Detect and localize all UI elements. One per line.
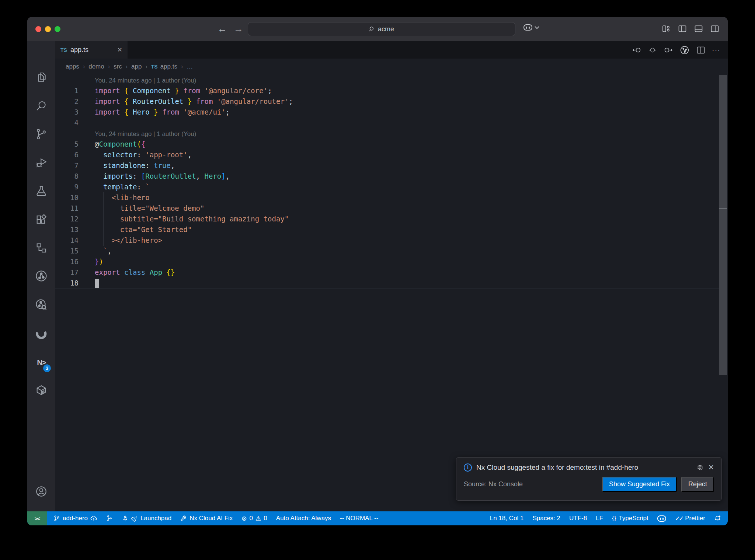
code-line: 16}) <box>55 256 719 267</box>
prev-change-icon[interactable] <box>632 45 641 55</box>
nx-console-badge: 3 <box>43 364 51 372</box>
warning-icon: ⚠ <box>255 515 261 522</box>
encoding-item[interactable]: UTF-8 <box>569 515 587 522</box>
code-line: 2import { RouterOutlet } from '@angular/… <box>55 96 719 107</box>
toggle-secondary-sidebar-icon[interactable] <box>710 24 720 34</box>
branch-icon <box>53 515 60 522</box>
traffic-light-close[interactable] <box>35 26 41 32</box>
source-control-icon[interactable] <box>33 126 49 142</box>
scrollbar-slider[interactable] <box>719 75 727 375</box>
traffic-light-maximize[interactable] <box>55 26 60 32</box>
more-actions-icon[interactable]: ··· <box>712 46 720 55</box>
reject-button[interactable]: Reject <box>681 477 714 492</box>
edge-devtools-icon[interactable] <box>33 326 49 342</box>
cursor-position-item[interactable]: Ln 18, Col 1 <box>490 515 524 522</box>
nav-forward-icon[interactable]: → <box>234 22 243 35</box>
breadcrumb-file[interactable]: TS app.ts <box>151 63 177 70</box>
remote-indicator[interactable]: >< <box>27 511 47 525</box>
line-number: 16 <box>55 256 79 267</box>
code-text: selector: 'app-root', <box>95 150 192 160</box>
indentation-item[interactable]: Spaces: 2 <box>532 515 560 522</box>
nx-graph-run-icon[interactable] <box>679 45 690 55</box>
notification-close-icon[interactable]: ✕ <box>708 463 714 472</box>
code-line: 8 imports: [RouterOutlet, Hero], <box>55 171 719 182</box>
brackets-icon: {} <box>612 515 616 522</box>
status-bar: >< add-hero <box>27 511 728 525</box>
code-text: ></lib-hero> <box>95 235 162 246</box>
references-icon[interactable] <box>33 240 49 256</box>
code-line: 9 template: ` <box>55 182 719 192</box>
customize-layout-icon[interactable] <box>661 24 671 34</box>
line-number: 8 <box>55 171 79 182</box>
blame-text: You, 24 minutes ago | 1 author (You) <box>95 75 196 85</box>
breadcrumb-item[interactable]: apps <box>66 63 79 70</box>
nx-graph-search-icon[interactable] <box>33 297 49 313</box>
problems-item[interactable]: ⊗ 0 ⚠ 0 <box>241 515 267 522</box>
notification-settings-icon[interactable] <box>696 464 704 471</box>
copilot-icon <box>523 24 532 31</box>
current-change-icon[interactable] <box>648 45 657 55</box>
nav-back-icon[interactable]: ← <box>218 22 227 35</box>
split-editor-icon[interactable] <box>696 45 706 55</box>
toggle-primary-sidebar-icon[interactable] <box>678 24 687 34</box>
breadcrumb-item[interactable]: demo <box>88 63 104 70</box>
eol-item[interactable]: LF <box>596 515 603 522</box>
traffic-light-minimize[interactable] <box>45 26 51 32</box>
command-center-search[interactable]: acme <box>248 22 515 36</box>
nx-project-graph-icon[interactable] <box>33 268 49 284</box>
editor-cursor <box>95 279 99 288</box>
code-text: subtitle="Build something amazing today" <box>95 214 289 224</box>
notifications-bell-item[interactable] <box>714 515 721 522</box>
breadcrumb-separator: › <box>145 63 147 70</box>
line-number <box>55 75 79 85</box>
code-line: 5@Component({ <box>55 139 719 150</box>
remote-icon: >< <box>35 515 40 522</box>
language-mode-item[interactable]: {} TypeScript <box>612 515 648 522</box>
breadcrumb-ellipsis[interactable]: … <box>187 63 193 70</box>
next-change-icon[interactable] <box>664 45 673 55</box>
containers-icon[interactable] <box>33 382 49 398</box>
breadcrumb: apps › demo › src › app › TS app.ts › … <box>55 59 728 75</box>
breadcrumb-item[interactable]: app <box>131 63 142 70</box>
copilot-status-item[interactable] <box>657 515 666 522</box>
tab-app-ts[interactable]: TS app.ts ✕ <box>55 41 128 59</box>
account-icon[interactable] <box>33 483 49 500</box>
line-number: 1 <box>55 85 79 96</box>
breadcrumb-item[interactable]: src <box>114 63 122 70</box>
run-debug-icon[interactable] <box>33 155 49 171</box>
auto-attach-item[interactable]: Auto Attach: Always <box>276 515 331 522</box>
show-suggested-fix-button[interactable]: Show Suggested Fix <box>602 477 677 492</box>
bell-icon <box>714 515 721 522</box>
code-editor[interactable]: You, 24 minutes ago | 1 author (You)1imp… <box>55 75 728 511</box>
toggle-panel-icon[interactable] <box>694 24 703 34</box>
code-text: imports: [RouterOutlet, Hero], <box>95 171 230 182</box>
code-lines: You, 24 minutes ago | 1 author (You)1imp… <box>55 75 719 288</box>
launchpad-item[interactable]: Launchpad <box>122 515 171 522</box>
line-number: 7 <box>55 160 79 171</box>
extensions-icon[interactable] <box>33 211 49 228</box>
line-number: 9 <box>55 182 79 192</box>
info-icon: i <box>464 463 472 472</box>
formatter-item[interactable]: ✓✓ Prettier <box>675 515 705 522</box>
line-number <box>55 128 79 139</box>
git-graph-item[interactable] <box>106 515 113 522</box>
line-number: 4 <box>55 118 79 128</box>
line-number: 3 <box>55 107 79 118</box>
plug-icon <box>131 515 138 522</box>
nx-console-icon[interactable]: N> 3 <box>33 354 49 371</box>
git-branch-item[interactable]: add-hero <box>53 515 97 522</box>
chevron-down-icon <box>535 24 539 29</box>
line-number: 13 <box>55 224 79 235</box>
search-view-icon[interactable] <box>33 98 49 114</box>
vim-mode-item[interactable]: -- NORMAL -- <box>340 515 378 522</box>
overview-ruler-cursor-mark <box>719 209 727 209</box>
tab-close-icon[interactable]: ✕ <box>117 46 122 54</box>
testing-icon[interactable] <box>33 183 49 199</box>
nx-cloud-fix-item[interactable]: Nx Cloud AI Fix <box>180 515 233 522</box>
wrench-icon <box>180 515 187 522</box>
copilot-menu[interactable] <box>523 24 538 31</box>
explorer-icon[interactable] <box>33 69 49 85</box>
code-text: `, <box>95 246 112 256</box>
code-line: 12 subtitle="Build something amazing tod… <box>55 214 719 224</box>
line-number: 10 <box>55 192 79 203</box>
